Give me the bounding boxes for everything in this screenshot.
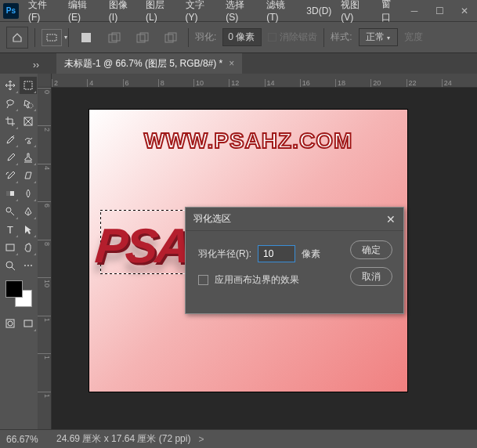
radius-unit: 像素 xyxy=(302,247,320,261)
tools-panel: T ⋯ xyxy=(0,74,38,429)
doc-info[interactable]: 24.69 厘米 x 17.64 厘米 (72 ppi) xyxy=(56,432,190,446)
feather-dialog: 羽化选区 ✕ 羽化半径(R): 10 像素 应用画布边界的效果 确定 xyxy=(185,207,404,314)
ruler-origin[interactable] xyxy=(38,74,52,88)
history-brush-tool[interactable] xyxy=(2,167,19,184)
document-tab[interactable]: 未标题-1 @ 66.7% (图层 5, RGB/8#) * × xyxy=(56,53,242,74)
selection-new[interactable] xyxy=(75,32,97,43)
screenmode-tool[interactable] xyxy=(20,315,37,332)
dialog-close-icon[interactable]: ✕ xyxy=(386,213,396,226)
canvas-text-url: WWW.PSAHZ.COM xyxy=(89,128,407,154)
menu-select[interactable]: 选择(S) xyxy=(221,0,262,26)
zoom-tool[interactable] xyxy=(2,257,19,274)
horizontal-ruler[interactable]: 24681012141618202224 xyxy=(52,74,477,88)
svg-rect-1 xyxy=(81,33,91,42)
options-bar: ▾ 羽化: 0 像素 消除锯齿 样式: 正常 ▾ 宽度 xyxy=(0,22,477,53)
apply-canvas-checkbox[interactable] xyxy=(198,275,208,285)
feather-label: 羽化: xyxy=(195,31,216,44)
menu-file[interactable]: 文件(F) xyxy=(23,0,63,26)
menu-filter[interactable]: 滤镜(T) xyxy=(262,0,302,26)
svg-point-18 xyxy=(8,321,13,326)
ok-button[interactable]: 确定 xyxy=(350,240,392,259)
menu-edit[interactable]: 编辑(E) xyxy=(63,0,104,26)
move-tool[interactable] xyxy=(2,77,19,94)
cancel-button[interactable]: 取消 xyxy=(350,267,392,286)
svg-rect-8 xyxy=(24,81,32,89)
foreground-color[interactable] xyxy=(5,280,23,298)
heal-tool[interactable] xyxy=(20,131,37,148)
info-menu-arrow[interactable]: > xyxy=(198,434,204,445)
menu-3d[interactable]: 3D(D) xyxy=(302,2,336,20)
brush-tool[interactable] xyxy=(2,149,19,166)
svg-point-13 xyxy=(6,208,11,212)
menu-window[interactable]: 窗口 xyxy=(377,0,405,27)
tool-preset[interactable]: ▾ xyxy=(42,29,62,46)
tab-title: 未标题-1 @ 66.7% (图层 5, RGB/8#) * xyxy=(64,57,222,70)
shape-tool[interactable] xyxy=(2,239,19,256)
pen-tool[interactable] xyxy=(20,203,37,220)
selection-add[interactable] xyxy=(103,32,125,43)
svg-rect-12 xyxy=(6,191,10,196)
menu-image[interactable]: 图像(I) xyxy=(104,0,141,26)
menu-type[interactable]: 文字(Y) xyxy=(181,0,222,26)
gradient-tool[interactable] xyxy=(2,185,19,202)
zoom-level[interactable]: 66.67% xyxy=(6,434,49,445)
document-canvas[interactable]: WWW.PSAHZ.COM PSAHZ 羽化选区 ✕ 羽化半径(R): 10 像… xyxy=(89,110,407,392)
menu-bar: Ps 文件(F) 编辑(E) 图像(I) 图层(L) 文字(Y) 选择(S) 滤… xyxy=(0,0,477,22)
home-icon xyxy=(12,32,23,43)
lasso-tool[interactable] xyxy=(2,95,19,112)
home-button[interactable] xyxy=(6,27,28,49)
quick-select-tool[interactable] xyxy=(20,95,37,112)
svg-point-9 xyxy=(28,103,33,108)
selection-intersect[interactable] xyxy=(160,32,182,43)
toolbar-grip[interactable]: ›› xyxy=(33,60,56,67)
maximize-button[interactable]: ☐ xyxy=(430,4,449,18)
radius-label: 羽化半径(R): xyxy=(198,247,251,261)
hand-tool[interactable] xyxy=(20,239,37,256)
svg-rect-0 xyxy=(47,34,56,41)
frame-tool[interactable] xyxy=(20,113,37,130)
feather-input[interactable]: 0 像素 xyxy=(222,28,262,46)
blur-tool[interactable] xyxy=(20,185,37,202)
svg-rect-19 xyxy=(24,320,32,327)
svg-rect-15 xyxy=(6,244,14,251)
quickmask-tool[interactable] xyxy=(2,315,19,332)
antialias-checkbox: 消除锯齿 xyxy=(268,31,317,44)
vertical-ruler[interactable]: 0246810111 xyxy=(38,88,52,429)
style-combo[interactable]: 正常 ▾ xyxy=(359,28,398,46)
edit-toolbar[interactable]: ⋯ xyxy=(20,257,37,274)
path-select-tool[interactable] xyxy=(20,221,37,238)
selection-subtract[interactable] xyxy=(132,32,154,43)
width-label: 宽度 xyxy=(404,31,423,44)
menu-layer[interactable]: 图层(L) xyxy=(141,0,181,26)
document-tabs: ›› 未标题-1 @ 66.7% (图层 5, RGB/8#) * × xyxy=(0,53,477,74)
app-logo: Ps xyxy=(3,3,19,19)
stamp-tool[interactable] xyxy=(20,149,37,166)
status-bar: 66.67% 24.69 厘米 x 17.64 厘米 (72 ppi) > xyxy=(0,429,477,448)
svg-text:T: T xyxy=(7,224,13,235)
menu-view[interactable]: 视图(V) xyxy=(336,0,377,26)
apply-canvas-label: 应用画布边界的效果 xyxy=(215,273,299,287)
canvas-area: 24681012141618202224 0246810111 WWW.PSAH… xyxy=(38,74,477,429)
tab-close-icon[interactable]: × xyxy=(229,58,234,69)
crop-tool[interactable] xyxy=(2,113,19,130)
svg-point-16 xyxy=(6,262,13,268)
dodge-tool[interactable] xyxy=(2,203,19,220)
minimize-button[interactable]: ─ xyxy=(405,4,424,18)
eraser-tool[interactable] xyxy=(20,167,37,184)
marquee-tool[interactable] xyxy=(20,77,37,94)
marquee-icon xyxy=(46,34,57,42)
dialog-title: 羽化选区 xyxy=(193,212,231,226)
type-tool[interactable]: T xyxy=(2,221,19,238)
color-swatches[interactable] xyxy=(5,280,32,307)
eyedropper-tool[interactable] xyxy=(2,131,19,148)
style-label: 样式: xyxy=(331,31,352,44)
close-button[interactable]: ✕ xyxy=(455,4,474,18)
radius-input[interactable]: 10 xyxy=(258,245,295,262)
